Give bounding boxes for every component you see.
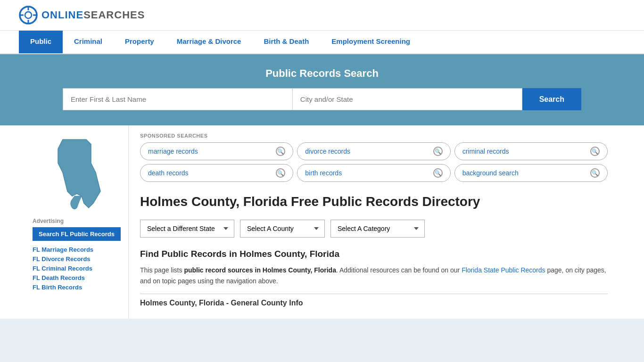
description-part2: . Additional resources can be found on o… bbox=[336, 266, 462, 274]
list-item: FL Divorce Records bbox=[33, 255, 121, 263]
search-icon: 🔍 bbox=[433, 168, 443, 178]
description-part1: This page lists bbox=[140, 266, 184, 274]
florida-map-icon bbox=[49, 135, 105, 210]
list-item: FL Birth Records bbox=[33, 283, 121, 291]
nav-item-criminal[interactable]: Criminal bbox=[63, 31, 114, 53]
description-bold: public record sources in Holmes County, … bbox=[184, 266, 336, 274]
logo-text: ONLINESEARCHES bbox=[41, 9, 145, 21]
sidebar-ad-button[interactable]: Search FL Public Records bbox=[33, 227, 121, 241]
search-icon: 🔍 bbox=[590, 147, 600, 156]
florida-state-link[interactable]: Florida State Public Records bbox=[462, 266, 545, 274]
county-dropdown[interactable]: Select A County bbox=[240, 220, 325, 238]
sponsored-tag-label: marriage records bbox=[148, 148, 198, 155]
nav-item-public[interactable]: Public bbox=[19, 31, 63, 53]
fl-birth-records-link[interactable]: FL Birth Records bbox=[33, 284, 82, 291]
county-info-title: Holmes County, Florida - General County … bbox=[140, 299, 608, 307]
fl-criminal-records-link[interactable]: FL Criminal Records bbox=[33, 265, 92, 272]
sponsored-tag-background[interactable]: background search 🔍 bbox=[454, 164, 608, 182]
sidebar-ad-label: Advertising bbox=[33, 218, 121, 224]
search-icon: 🔍 bbox=[276, 168, 285, 178]
section-divider bbox=[140, 294, 608, 294]
search-icon: 🔍 bbox=[590, 168, 600, 178]
sidebar: Advertising Search FL Public Records FL … bbox=[25, 125, 129, 319]
fl-death-records-link[interactable]: FL Death Records bbox=[33, 274, 85, 281]
header: ONLINESEARCHES bbox=[0, 0, 644, 31]
list-item: FL Criminal Records bbox=[33, 264, 121, 272]
search-button[interactable]: Search bbox=[522, 88, 581, 110]
nav-item-property[interactable]: Property bbox=[114, 31, 165, 53]
sponsored-tag-birth[interactable]: birth records 🔍 bbox=[297, 164, 450, 182]
sponsored-grid: marriage records 🔍 divorce records 🔍 cri… bbox=[140, 142, 608, 182]
svg-point-1 bbox=[25, 12, 32, 18]
search-icon: 🔍 bbox=[433, 147, 443, 156]
search-icon: 🔍 bbox=[276, 147, 285, 156]
list-item: FL Marriage Records bbox=[33, 246, 121, 253]
fl-marriage-records-link[interactable]: FL Marriage Records bbox=[33, 246, 93, 253]
nav-item-employment[interactable]: Employment Screening bbox=[320, 31, 421, 53]
location-input[interactable] bbox=[292, 88, 522, 110]
nav-item-marriage-divorce[interactable]: Marriage & Divorce bbox=[165, 31, 253, 53]
state-dropdown[interactable]: Select a Different State bbox=[140, 220, 234, 238]
sidebar-links: FL Marriage Records FL Divorce Records F… bbox=[33, 246, 121, 291]
find-title: Find Public Records in Holmes County, Fl… bbox=[140, 249, 608, 259]
main-nav: Public Criminal Property Marriage & Divo… bbox=[0, 31, 644, 54]
sponsored-label: SPONSORED SEARCHES bbox=[140, 133, 608, 139]
fl-divorce-records-link[interactable]: FL Divorce Records bbox=[33, 255, 91, 263]
category-dropdown[interactable]: Select A Category bbox=[330, 220, 425, 238]
sponsored-tag-death[interactable]: death records 🔍 bbox=[140, 164, 293, 182]
sponsored-tag-label: birth records bbox=[305, 169, 342, 177]
nav-item-birth-death[interactable]: Birth & Death bbox=[252, 31, 320, 53]
description-text: This page lists public record sources in… bbox=[140, 265, 608, 286]
sponsored-tag-label: divorce records bbox=[305, 148, 350, 155]
logo[interactable]: ONLINESEARCHES bbox=[19, 6, 145, 25]
sponsored-tag-label: death records bbox=[148, 169, 189, 177]
hero-title: Public Records Search bbox=[19, 67, 625, 80]
sponsored-tag-label: criminal records bbox=[462, 148, 509, 155]
sponsored-tag-marriage[interactable]: marriage records 🔍 bbox=[140, 142, 293, 160]
logo-icon bbox=[19, 6, 38, 25]
sponsored-tag-criminal[interactable]: criminal records 🔍 bbox=[454, 142, 608, 160]
search-bar: Search bbox=[63, 88, 581, 110]
hero-section: Public Records Search Search bbox=[0, 54, 644, 125]
sponsored-tag-label: background search bbox=[462, 169, 519, 177]
sponsored-tag-divorce[interactable]: divorce records 🔍 bbox=[297, 142, 450, 160]
main-content: SPONSORED SEARCHES marriage records 🔍 di… bbox=[129, 125, 619, 319]
page-title: Holmes County, Florida Free Public Recor… bbox=[140, 193, 608, 210]
list-item: FL Death Records bbox=[33, 274, 121, 281]
dropdown-row: Select a Different State Select A County… bbox=[140, 220, 608, 238]
name-input[interactable] bbox=[63, 88, 292, 110]
